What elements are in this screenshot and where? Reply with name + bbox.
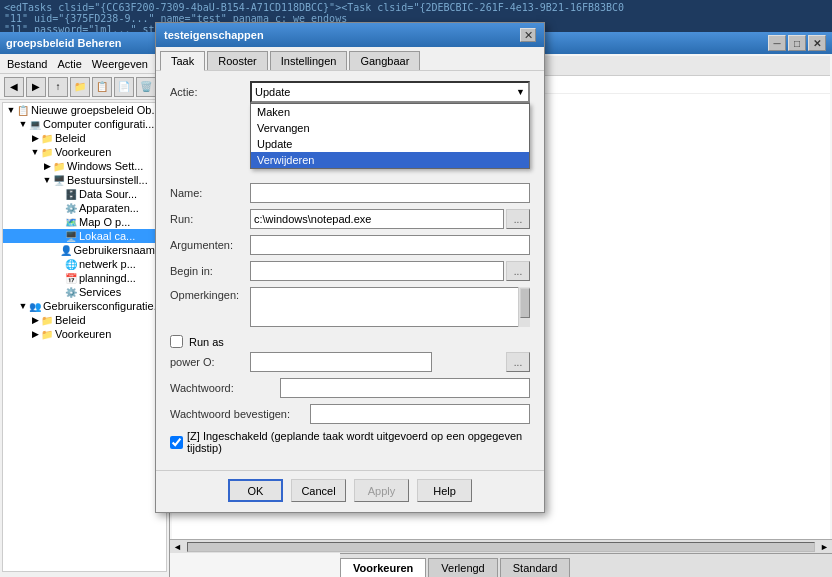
name-label: Name: [170,187,250,199]
option-vervangen[interactable]: Vervangen [251,120,529,136]
begin-in-browse-btn[interactable]: ... [506,261,530,281]
ingeschakeld-label: [Z] Ingeschakeld (geplande taak wordt ui… [187,430,530,454]
name-row: Name: [170,183,530,203]
argumenten-input[interactable] [250,235,530,255]
opmerkingen-scroll-thumb [520,288,530,318]
name-input[interactable] [250,183,530,203]
run-as-label: Run as [189,336,224,348]
dialog-close-btn[interactable]: ✕ [520,28,536,42]
wachtwoord-bevestigen-row: Wachtwoord bevestigen: [170,404,530,424]
run-input[interactable] [250,209,504,229]
dtab-taak[interactable]: Taak [160,51,205,71]
wachtwoord-input[interactable] [280,378,530,398]
dialog-footer: OK Cancel Apply Help [156,470,544,512]
dialog-testeigenschappen: testeigenschappen ✕ Taak Rooster Instell… [155,22,545,513]
argumenten-row: Argumenten: [170,235,530,255]
actie-dropdown-arrow: ▼ [516,87,525,97]
actie-dropdown-container: Update ▼ Maken Vervangen Update Verwijde… [250,81,530,103]
wachtwoord-bevestigen-input[interactable] [310,404,530,424]
run-browse-btn[interactable]: ... [506,209,530,229]
actie-dropdown-list: Maken Vervangen Update Verwijderen [250,103,530,169]
dtab-rooster[interactable]: Rooster [207,51,268,70]
run-label: Run: [170,213,250,225]
actie-row: Actie: Update ▼ Maken Vervangen Update V… [170,81,530,103]
dialog-title: testeigenschappen [164,29,264,41]
opmerkingen-row: Opmerkingen: [170,287,530,329]
power-o-browse-btn[interactable]: ... [506,352,530,372]
argumenten-label: Argumenten: [170,239,250,251]
modal-overlay: testeigenschappen ✕ Taak Rooster Instell… [0,0,832,577]
opmerkingen-scrollbar[interactable] [518,287,530,327]
option-verwijderen[interactable]: Verwijderen [251,152,529,168]
run-row: Run: ... [170,209,530,229]
power-o-label: power O: [170,356,250,368]
option-maken[interactable]: Maken [251,104,529,120]
begin-in-row: Begin in: ... [170,261,530,281]
power-o-input[interactable] [250,352,432,372]
option-update[interactable]: Update [251,136,529,152]
ingeschakeld-row: [Z] Ingeschakeld (geplande taak wordt ui… [170,430,530,454]
begin-in-label: Begin in: [170,265,250,277]
dialog-titlebar: testeigenschappen ✕ [156,23,544,47]
dtab-gangbaar[interactable]: Gangbaar [349,51,420,70]
opmerkingen-container [250,287,530,329]
ok-button[interactable]: OK [228,479,283,502]
dtab-instellingen[interactable]: Instellingen [270,51,348,70]
wachtwoord-label: Wachtwoord: [170,382,280,394]
opmerkingen-textarea[interactable] [250,287,530,327]
wachtwoord-bevestigen-label: Wachtwoord bevestigen: [170,408,310,420]
actie-selected-value: Update [255,86,290,98]
run-as-row: Run as [170,335,530,348]
opmerkingen-label: Opmerkingen: [170,289,250,301]
actie-label: Actie: [170,86,250,98]
help-button[interactable]: Help [417,479,472,502]
actie-dropdown-trigger[interactable]: Update ▼ [250,81,530,103]
dialog-tabs: Taak Rooster Instellingen Gangbaar [156,47,544,71]
run-as-checkbox[interactable] [170,335,183,348]
cancel-button[interactable]: Cancel [291,479,346,502]
wachtwoord-row: Wachtwoord: [170,378,530,398]
dialog-body: Actie: Update ▼ Maken Vervangen Update V… [156,71,544,470]
power-o-row: power O: ... [170,352,530,372]
ingeschakeld-checkbox[interactable] [170,436,183,449]
apply-button[interactable]: Apply [354,479,409,502]
begin-in-input[interactable] [250,261,504,281]
